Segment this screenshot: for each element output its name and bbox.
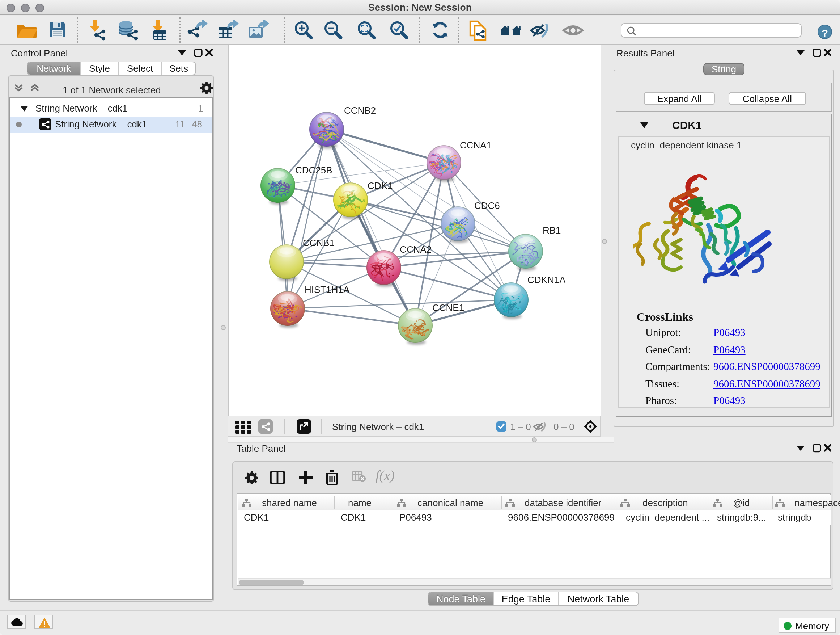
svg-text:HIST1H1A: HIST1H1A xyxy=(305,284,350,295)
svg-text:CDK1: CDK1 xyxy=(368,180,393,191)
svg-text:CDKN1A: CDKN1A xyxy=(527,274,566,285)
svg-text:CCNB2: CCNB2 xyxy=(344,105,376,116)
svg-text:CCNA1: CCNA1 xyxy=(460,140,492,150)
svg-text:CCNA2: CCNA2 xyxy=(400,244,431,255)
svg-text:CDC25B: CDC25B xyxy=(295,165,332,176)
svg-text:CCNE1: CCNE1 xyxy=(432,302,464,313)
svg-text:CDC6: CDC6 xyxy=(474,200,500,211)
svg-text:CCNB1: CCNB1 xyxy=(303,238,335,249)
svg-text:RB1: RB1 xyxy=(543,225,561,236)
